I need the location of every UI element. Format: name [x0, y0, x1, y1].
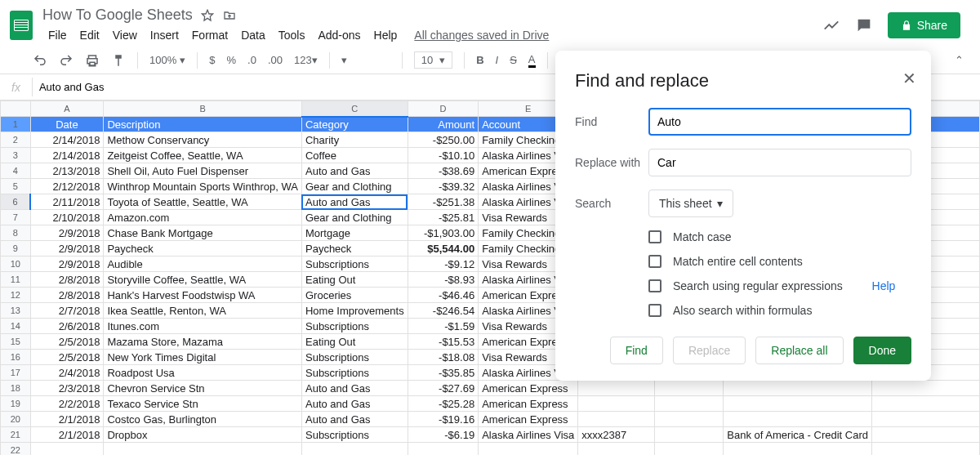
menu-addons[interactable]: Add-ons	[312, 27, 366, 43]
cell[interactable]: $5,544.00	[408, 241, 479, 256]
cell[interactable]	[578, 381, 654, 396]
cell[interactable]: -$39.32	[408, 179, 479, 194]
row-header[interactable]: 20	[1, 412, 31, 427]
row-header[interactable]: 15	[1, 334, 31, 350]
cell[interactable]: 2/7/2018	[30, 303, 104, 319]
cell[interactable]: -$27.69	[408, 381, 479, 396]
regex-help-link[interactable]: Help	[872, 279, 896, 292]
close-icon[interactable]: ✕	[902, 69, 916, 88]
cell[interactable]: 2/9/2018	[30, 241, 104, 256]
cell[interactable]: Paycheck	[301, 241, 408, 256]
replace-all-button[interactable]: Replace all	[755, 337, 843, 364]
col-header-c[interactable]: C	[301, 101, 408, 117]
star-icon[interactable]	[201, 9, 214, 22]
cell[interactable]: -$6.19	[408, 427, 479, 443]
find-button[interactable]: Find	[610, 337, 663, 364]
cell[interactable]: -$1,903.00	[408, 225, 479, 241]
search-scope-select[interactable]: This sheet ▾	[648, 190, 733, 217]
cell[interactable]: Hank's Harvest Foodstwisp WA	[104, 288, 302, 303]
text-color-icon[interactable]: A	[528, 53, 536, 68]
cell[interactable]: Auto and Gas	[301, 412, 408, 427]
cell[interactable]: Subscriptions	[301, 427, 408, 443]
font-size-select[interactable]: 10 ▾	[414, 51, 452, 69]
row-header[interactable]: 18	[1, 381, 31, 396]
font-select[interactable]: ▾	[341, 54, 390, 66]
row-header[interactable]: 7	[1, 210, 31, 225]
row-header[interactable]: 8	[1, 225, 31, 241]
cell[interactable]: 2/9/2018	[30, 256, 104, 272]
cell[interactable]: -$250.00	[408, 132, 479, 148]
cell[interactable]	[654, 381, 724, 396]
formulas-checkbox[interactable]	[648, 304, 662, 317]
match-cell-checkbox[interactable]	[648, 255, 662, 268]
cell[interactable]: Mortgage	[301, 225, 408, 241]
menu-format[interactable]: Format	[186, 27, 234, 43]
cell[interactable]: xxxx2387	[578, 427, 654, 443]
cell[interactable]: Chase Bank Mortgage	[104, 225, 302, 241]
row-header[interactable]: 4	[1, 163, 31, 179]
cell[interactable]	[872, 381, 980, 396]
cell[interactable]: 2/14/2018	[30, 132, 104, 148]
cell[interactable]	[724, 381, 872, 396]
cell[interactable]	[724, 412, 872, 427]
row-header[interactable]: 19	[1, 396, 31, 412]
decrease-decimal-icon[interactable]: .0	[247, 54, 256, 66]
row-header[interactable]: 10	[1, 256, 31, 272]
cell[interactable]: -$10.10	[408, 148, 479, 163]
cell[interactable]: Toyota of Seattle, Seattle, WA	[104, 194, 302, 210]
cell[interactable]: Audible	[104, 256, 302, 272]
header-date[interactable]: Date	[30, 117, 104, 132]
menu-data[interactable]: Data	[235, 27, 271, 43]
row-header[interactable]: 13	[1, 303, 31, 319]
row-header[interactable]: 14	[1, 319, 31, 334]
explore-icon[interactable]	[822, 16, 840, 34]
cell[interactable]	[872, 396, 980, 412]
col-header-a[interactable]: A	[30, 101, 104, 117]
menu-insert[interactable]: Insert	[145, 27, 185, 43]
cell[interactable]: Storyville Coffee, Seattle, WA	[104, 272, 302, 288]
print-icon[interactable]	[85, 53, 100, 68]
strike-icon[interactable]: S	[510, 54, 517, 66]
row-header[interactable]: 3	[1, 148, 31, 163]
menu-help[interactable]: Help	[368, 27, 403, 43]
cell[interactable]: Alaska Airlines Visa	[479, 427, 578, 443]
menu-edit[interactable]: Edit	[74, 27, 105, 43]
cell[interactable]: -$8.93	[408, 272, 479, 288]
bold-icon[interactable]: B	[476, 54, 483, 66]
cell[interactable]: Gear and Clothing	[301, 210, 408, 225]
cell[interactable]: -$25.81	[408, 210, 479, 225]
row-header[interactable]: 21	[1, 427, 31, 443]
cell[interactable]: Eating Out	[301, 272, 408, 288]
move-folder-icon[interactable]	[222, 9, 237, 22]
collapse-toolbar-icon[interactable]: ⌃	[955, 54, 964, 66]
cell[interactable]: 2/9/2018	[30, 225, 104, 241]
cell[interactable]: Dropbox	[104, 427, 302, 443]
cell[interactable]	[654, 412, 724, 427]
replace-input[interactable]	[648, 149, 911, 176]
cell[interactable]: 2/12/2018	[30, 179, 104, 194]
cell[interactable]: -$38.69	[408, 163, 479, 179]
cell[interactable]: Auto and Gas	[301, 194, 408, 210]
cell[interactable]: 2/8/2018	[30, 272, 104, 288]
row-header[interactable]: 1	[1, 117, 31, 132]
row-header[interactable]: 6	[1, 194, 31, 210]
done-button[interactable]: Done	[853, 337, 911, 364]
cell[interactable]: Bank of America - Credit Card	[724, 427, 872, 443]
cell[interactable]: Subscriptions	[301, 365, 408, 381]
cell[interactable]: Chevron Service Stn	[104, 381, 302, 396]
header-amt[interactable]: Amount	[408, 117, 479, 132]
cell[interactable]: -$35.85	[408, 365, 479, 381]
cell[interactable]: Charity	[301, 132, 408, 148]
cell[interactable]: 2/8/2018	[30, 288, 104, 303]
cell[interactable]: Paycheck	[104, 241, 302, 256]
document-title[interactable]: How To Google Sheets	[42, 7, 193, 24]
cell[interactable]: American Express	[479, 396, 578, 412]
header-cat[interactable]: Category	[301, 117, 408, 132]
cell[interactable]: 2/6/2018	[30, 319, 104, 334]
cell[interactable]: Amazon.com	[104, 210, 302, 225]
row-header[interactable]: 5	[1, 179, 31, 194]
cell[interactable]: Groceries	[301, 288, 408, 303]
row-header[interactable]: 9	[1, 241, 31, 256]
cell[interactable]: Winthrop Mountain Sports Winthrop, WA	[104, 179, 302, 194]
comments-icon[interactable]	[855, 16, 873, 34]
